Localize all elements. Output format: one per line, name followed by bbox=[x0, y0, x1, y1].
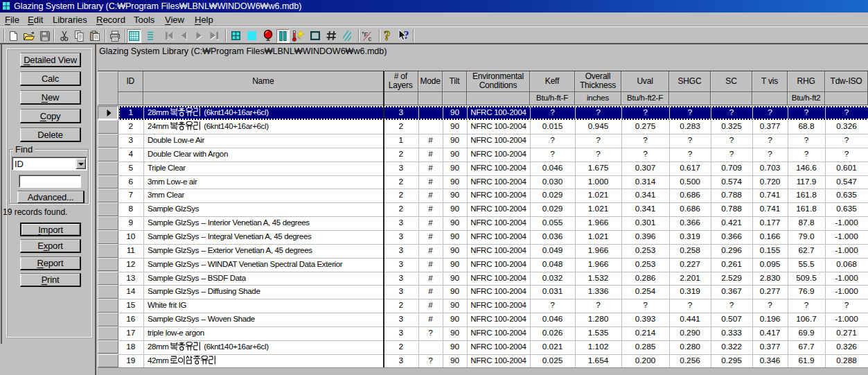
svg-text:?: ? bbox=[384, 29, 391, 42]
svg-text:c: c bbox=[369, 35, 372, 42]
